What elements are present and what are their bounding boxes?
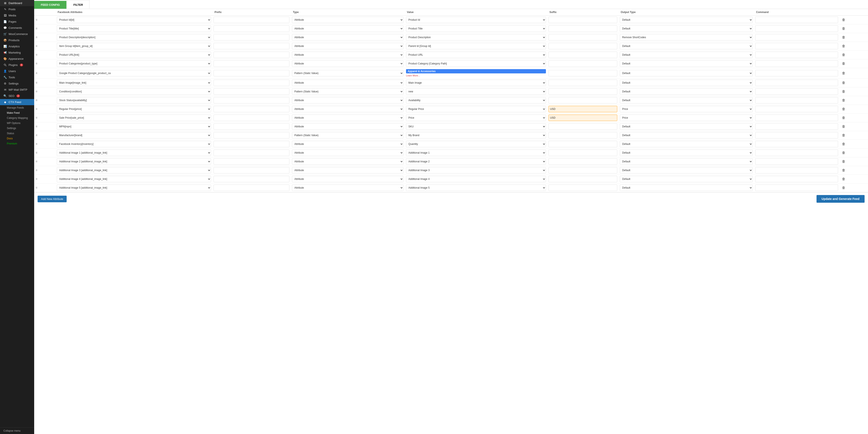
type-select[interactable]: Attribute: [292, 123, 403, 130]
fb-attr-select[interactable]: Additional Image 4 [additional_image_lin…: [57, 176, 211, 182]
output-type-select[interactable]: Default: [620, 141, 753, 147]
type-select[interactable]: Attribute: [292, 52, 403, 58]
value-select[interactable]: Product Category [Category Path]: [406, 60, 546, 67]
command-input[interactable]: [755, 123, 838, 130]
prefix-input[interactable]: [214, 123, 289, 130]
suffix-input[interactable]: [549, 149, 617, 156]
command-input[interactable]: [755, 25, 838, 32]
prefix-input[interactable]: [214, 149, 289, 156]
fb-attr-select[interactable]: Additional Image 2 [additional_image_lin…: [57, 158, 211, 165]
value-select[interactable]: Quantity: [406, 141, 546, 147]
prefix-input[interactable]: [214, 70, 289, 76]
output-type-select[interactable]: Default: [620, 185, 753, 191]
command-input[interactable]: [755, 158, 838, 165]
output-type-select[interactable]: Default: [620, 97, 753, 103]
tab-filter[interactable]: FILTER: [67, 0, 90, 9]
prefix-input[interactable]: [214, 52, 289, 58]
drag-handle-icon[interactable]: ≡: [35, 133, 37, 137]
prefix-input[interactable]: [214, 79, 289, 86]
prefix-input[interactable]: [214, 185, 289, 191]
command-input[interactable]: [755, 16, 838, 23]
command-input[interactable]: [755, 167, 838, 173]
sidebar-item-marketing[interactable]: 📢 Marketing: [0, 49, 34, 56]
value-select[interactable]: Additional Image 3: [406, 167, 546, 173]
sidebar-item-woocommerce[interactable]: 🛒 WooCommerce: [0, 31, 34, 37]
output-type-select[interactable]: Default: [620, 60, 753, 67]
type-select[interactable]: Attribute: [292, 141, 403, 147]
drag-handle-icon[interactable]: ≡: [35, 44, 37, 48]
type-select[interactable]: Attribute: [292, 106, 403, 112]
command-input[interactable]: [755, 60, 838, 67]
prefix-input[interactable]: [214, 176, 289, 182]
sidebar-sub-settings[interactable]: Settings: [0, 126, 34, 131]
sidebar-item-comments[interactable]: 💬 Comments: [0, 25, 34, 31]
command-input[interactable]: [755, 79, 838, 86]
delete-row-button[interactable]: 🗑: [841, 80, 847, 85]
output-type-select[interactable]: Default: [620, 79, 753, 86]
command-input[interactable]: [755, 88, 838, 95]
delete-row-button[interactable]: 🗑: [841, 159, 847, 164]
delete-row-button[interactable]: 🗑: [841, 98, 847, 103]
delete-row-button[interactable]: 🗑: [841, 168, 847, 173]
sidebar-sub-manage-feeds[interactable]: Manage Feeds: [0, 105, 34, 110]
suffix-input[interactable]: [549, 79, 617, 86]
delete-row-button[interactable]: 🗑: [841, 115, 847, 120]
sidebar-item-products[interactable]: 📦 Products: [0, 37, 34, 43]
prefix-input[interactable]: [214, 25, 289, 32]
delete-row-button[interactable]: 🗑: [841, 18, 847, 22]
sidebar-item-pages[interactable]: 📄 Pages: [0, 19, 34, 25]
sidebar-sub-make-feed[interactable]: Make Feed: [0, 110, 34, 115]
drag-handle-icon[interactable]: ≡: [35, 160, 37, 163]
command-input[interactable]: [755, 176, 838, 182]
output-type-select[interactable]: Default: [620, 176, 753, 182]
delete-row-button[interactable]: 🗑: [841, 26, 847, 31]
value-select[interactable]: SKU: [406, 123, 546, 130]
drag-handle-icon[interactable]: ≡: [35, 62, 37, 65]
command-input[interactable]: [755, 114, 838, 121]
output-type-select[interactable]: Default: [620, 132, 753, 138]
value-select[interactable]: Additional Image 2: [406, 158, 546, 165]
value-select[interactable]: Parent Id [Group Id]: [406, 43, 546, 49]
sidebar-sub-docs[interactable]: Docs: [0, 136, 34, 141]
type-select[interactable]: Attribute: [292, 60, 403, 67]
suffix-input[interactable]: [549, 158, 617, 165]
output-type-select[interactable]: Default: [620, 123, 753, 130]
type-select[interactable]: Attribute: [292, 167, 403, 173]
sidebar-item-users[interactable]: 👤 Users: [0, 68, 34, 74]
suffix-input[interactable]: [549, 185, 617, 191]
add-attribute-button[interactable]: Add New Attribute: [38, 196, 67, 202]
drag-handle-icon[interactable]: ≡: [35, 35, 37, 39]
drag-handle-icon[interactable]: ≡: [35, 142, 37, 146]
output-type-select[interactable]: Remove ShortCodes: [620, 34, 753, 40]
fb-attr-select[interactable]: Additional Image 3 [additional_image_lin…: [57, 167, 211, 173]
value-select[interactable]: Product Title: [406, 25, 546, 32]
drag-handle-icon[interactable]: ≡: [35, 116, 37, 120]
suffix-input[interactable]: [549, 60, 617, 67]
drag-handle-icon[interactable]: ≡: [35, 125, 37, 128]
sidebar-item-wp-mail-smtp[interactable]: ✉ WP Mail SMTP: [0, 87, 34, 93]
type-select[interactable]: Attribute: [292, 79, 403, 86]
drag-handle-icon[interactable]: ≡: [35, 107, 37, 111]
value-select[interactable]: Product Id: [406, 16, 546, 23]
fb-attr-select[interactable]: Additional Image 1 [additional_image_lin…: [57, 149, 211, 156]
output-type-select[interactable]: Default: [620, 70, 753, 76]
type-select[interactable]: Pattern (Static Value): [292, 88, 403, 95]
type-select[interactable]: Attribute: [292, 43, 403, 49]
command-input[interactable]: [755, 149, 838, 156]
prefix-input[interactable]: [214, 16, 289, 23]
delete-row-button[interactable]: 🗑: [841, 61, 847, 66]
delete-row-button[interactable]: 🗑: [841, 186, 847, 190]
output-type-select[interactable]: Default: [620, 43, 753, 49]
drag-handle-icon[interactable]: ≡: [35, 168, 37, 172]
fb-attr-select[interactable]: Product URL[link]: [57, 52, 211, 58]
output-type-select[interactable]: Default: [620, 167, 753, 173]
type-select[interactable]: Attribute: [292, 149, 403, 156]
drag-handle-icon[interactable]: ≡: [35, 98, 37, 102]
type-select[interactable]: Attribute: [292, 114, 403, 121]
suffix-input[interactable]: [549, 52, 617, 58]
value-select[interactable]: Additional Image 1: [406, 149, 546, 156]
command-input[interactable]: [755, 185, 838, 191]
suffix-input[interactable]: [549, 88, 617, 95]
prefix-input[interactable]: [214, 114, 289, 121]
command-input[interactable]: [755, 70, 838, 76]
